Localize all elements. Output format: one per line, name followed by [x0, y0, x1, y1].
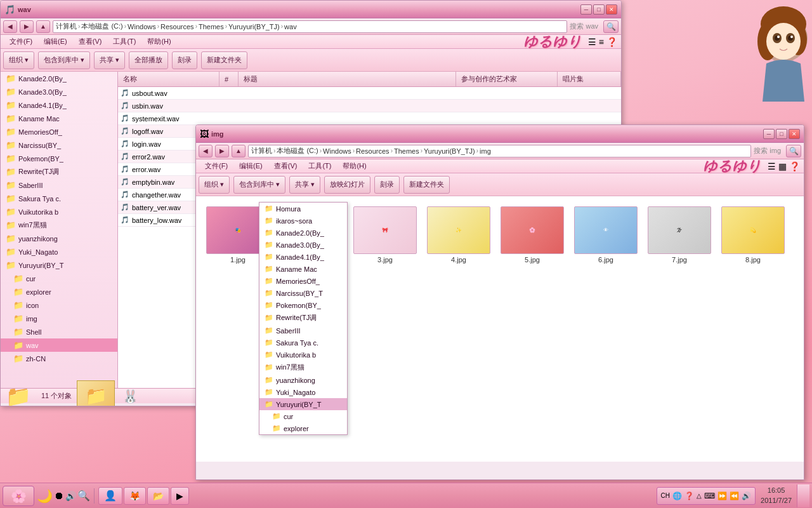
sidebar-wav-item[interactable]: 📁wav	[1, 338, 117, 352]
search-btn-wav[interactable]: 🔍	[603, 20, 619, 33]
maximize-wav[interactable]: □	[593, 4, 605, 15]
dd-yuan[interactable]: 📁yuanzhikong	[259, 374, 347, 386]
address-path-wav[interactable]: 计算机 › 本地磁盘 (C:) › Windows › Resources › …	[53, 20, 567, 33]
minimize-img[interactable]: ─	[763, 129, 775, 139]
help-btn-img[interactable]: ❓	[789, 161, 800, 171]
dd-pokemon[interactable]: 📁Pokemon(BY_	[259, 299, 347, 311]
dd-ikaros[interactable]: 📁ikaros~sora	[259, 215, 347, 227]
file-row[interactable]: 🎵systemexit.wav	[118, 112, 621, 125]
forward-btn-wav[interactable]: ▶	[20, 20, 34, 33]
sidebar-yuruyuri[interactable]: 📁Yuruyuri(BY_T	[1, 258, 117, 272]
sidebar-cur[interactable]: 📁cur	[1, 272, 117, 285]
file-row[interactable]: 🎵usbin.wav	[118, 100, 621, 112]
sidebar-memories[interactable]: 📁MemoriesOff_	[1, 125, 117, 138]
taskbar-speaker-icon[interactable]: 🔊	[65, 491, 76, 501]
thumb-4[interactable]: ✨ 4.jpg	[424, 204, 493, 454]
taskbar-moon-icon[interactable]: 🌙	[37, 488, 53, 504]
dd-cur[interactable]: 📁cur	[259, 410, 347, 422]
col-artist[interactable]: 参与创作的艺术家	[456, 72, 558, 86]
view-grid-img[interactable]: ▦	[778, 161, 787, 171]
organize-btn-img[interactable]: 组织 ▾	[199, 176, 230, 194]
back-btn-wav[interactable]: ◀	[3, 20, 17, 33]
menu-view-img[interactable]: 查看(V)	[269, 160, 303, 172]
sidebar-rewrite[interactable]: 📁Rewrite(TJ调	[1, 165, 117, 178]
dd-win7[interactable]: 📁win7黑猫	[259, 361, 347, 374]
back-btn-img[interactable]: ◀	[199, 145, 213, 157]
taskbar-clock[interactable]: 16:05 2011/7/27	[756, 486, 797, 505]
sidebar-kanade3[interactable]: 📁Kanade3.0(By_	[1, 85, 117, 98]
library-btn[interactable]: 包含到库中 ▾	[38, 51, 90, 69]
new-folder-btn-img[interactable]: 新建文件夹	[403, 176, 450, 194]
taskbar-btn-firefox[interactable]: 🦊	[124, 487, 146, 505]
dd-kaname[interactable]: 📁Kaname Mac	[259, 263, 347, 275]
folder-dropdown[interactable]: 📁Homura 📁ikaros~sora 📁Kanade2.0(By_ 📁Kan…	[259, 202, 348, 435]
share-btn-img[interactable]: 共享 ▾	[289, 176, 320, 194]
up-btn-wav[interactable]: ▲	[36, 20, 50, 33]
taskbar-btn-explorer[interactable]: 📂	[147, 487, 169, 505]
window-controls-wav[interactable]: ─ □ ✕	[580, 4, 617, 15]
taskbar-btn-user-icon[interactable]: 👤	[98, 487, 122, 505]
sidebar-img[interactable]: 📁img	[1, 312, 117, 325]
sidebar-explorer[interactable]: 📁explorer	[1, 285, 117, 298]
thumb-8[interactable]: 💫 8.jpg	[719, 204, 787, 454]
dd-homura[interactable]: 📁Homura	[259, 203, 347, 215]
sidebar-zhcn[interactable]: 📁zh-CN	[1, 352, 117, 365]
sidebar-yuki[interactable]: 📁Yuki_Nagato	[1, 245, 117, 258]
sidebar-vuikutorika[interactable]: 📁Vuikutorika b	[1, 205, 117, 218]
sidebar-narcissu[interactable]: 📁Narcissu(BY_	[1, 138, 117, 152]
view-list-btn[interactable]: ☰	[588, 37, 596, 47]
burn-btn-img[interactable]: 刻录	[374, 176, 400, 194]
taskbar-search-icon[interactable]: 🔍	[77, 490, 90, 502]
sidebar-kanade2[interactable]: 📁Kanade2.0(By_	[1, 72, 117, 85]
file-row[interactable]: 🎵usbout.wav	[118, 87, 621, 100]
sidebar-sakura[interactable]: 📁Sakura Tya c.	[1, 192, 117, 205]
dd-yuruyuri[interactable]: 📁Yuruyuri(BY_T	[259, 398, 347, 410]
col-num[interactable]: #	[219, 72, 239, 86]
menu-file-wav[interactable]: 文件(F)	[4, 36, 37, 48]
dd-kanade2[interactable]: 📁Kanade2.0(By_	[259, 227, 347, 239]
minimize-wav[interactable]: ─	[580, 4, 592, 15]
start-button[interactable]: 🌸	[3, 486, 34, 506]
dd-sakura[interactable]: 📁Sakura Tya c.	[259, 337, 347, 349]
burn-btn[interactable]: 刻录	[172, 51, 197, 69]
dd-narcissu[interactable]: 📁Narcissu(BY_T	[259, 287, 347, 299]
taskbar-media-icon[interactable]: ⏺	[54, 490, 64, 502]
thumb-3[interactable]: 🎀 3.jpg	[351, 204, 419, 454]
thumb-5[interactable]: 🌸 5.jpg	[498, 204, 566, 454]
menu-file-img[interactable]: 文件(F)	[200, 160, 233, 172]
dd-rewrite[interactable]: 📁Rewrite(TJ调	[259, 311, 347, 324]
sidebar-saber[interactable]: 📁SaberIII	[1, 178, 117, 192]
new-folder-btn[interactable]: 新建文件夹	[201, 51, 247, 69]
col-name[interactable]: 名称	[118, 72, 219, 86]
dd-saber[interactable]: 📁SaberIII	[259, 324, 347, 337]
dd-vuikutorika[interactable]: 📁Vuikutorika b	[259, 349, 347, 361]
view-list-img[interactable]: ☰	[768, 161, 776, 171]
dd-yuki[interactable]: 📁Yuki_Nagato	[259, 386, 347, 398]
menu-edit-img[interactable]: 编辑(E)	[234, 160, 268, 172]
menu-tools-wav[interactable]: 工具(T)	[108, 36, 141, 48]
sidebar-kanade4[interactable]: 📁Kanade4.1(By_	[1, 98, 117, 112]
search-btn-img[interactable]: 🔍	[786, 145, 801, 157]
taskbar-btn-media[interactable]: ▶	[171, 487, 189, 505]
help-btn-wav[interactable]: ❓	[606, 37, 617, 47]
address-path-img[interactable]: 计算机 › 本地磁盘 (C:) › Windows › Resources › …	[248, 145, 751, 157]
forward-btn-img[interactable]: ▶	[215, 145, 229, 157]
sidebar-pokemon[interactable]: 📁Pokemon(BY_	[1, 152, 117, 165]
sidebar-win7[interactable]: 📁win7黑猫	[1, 218, 117, 232]
organize-btn[interactable]: 组织 ▾	[3, 51, 34, 69]
sidebar-icon[interactable]: 📁icon	[1, 298, 117, 312]
col-album[interactable]: 唱片集	[558, 72, 621, 86]
menu-view-wav[interactable]: 查看(V)	[74, 36, 107, 48]
play-all-btn[interactable]: 全部播放	[129, 51, 168, 69]
dd-memories[interactable]: 📁MemoriesOff_	[259, 275, 347, 287]
menu-tools-img[interactable]: 工具(T)	[303, 160, 336, 172]
up-btn-img[interactable]: ▲	[232, 145, 246, 157]
sidebar-yuan[interactable]: 📁yuanzhikong	[1, 232, 117, 245]
sidebar-kaname[interactable]: 📁Kaname Mac	[1, 112, 117, 125]
menu-help-wav[interactable]: 帮助(H)	[142, 36, 176, 48]
thumb-7[interactable]: 🌫 7.jpg	[645, 204, 714, 454]
dd-kanade3[interactable]: 📁Kanade3.0(By_	[259, 239, 347, 251]
share-btn[interactable]: 共享 ▾	[94, 51, 125, 69]
dd-kanade4[interactable]: 📁Kanade4.1(By_	[259, 251, 347, 263]
view-details-btn[interactable]: ≡	[599, 37, 604, 47]
